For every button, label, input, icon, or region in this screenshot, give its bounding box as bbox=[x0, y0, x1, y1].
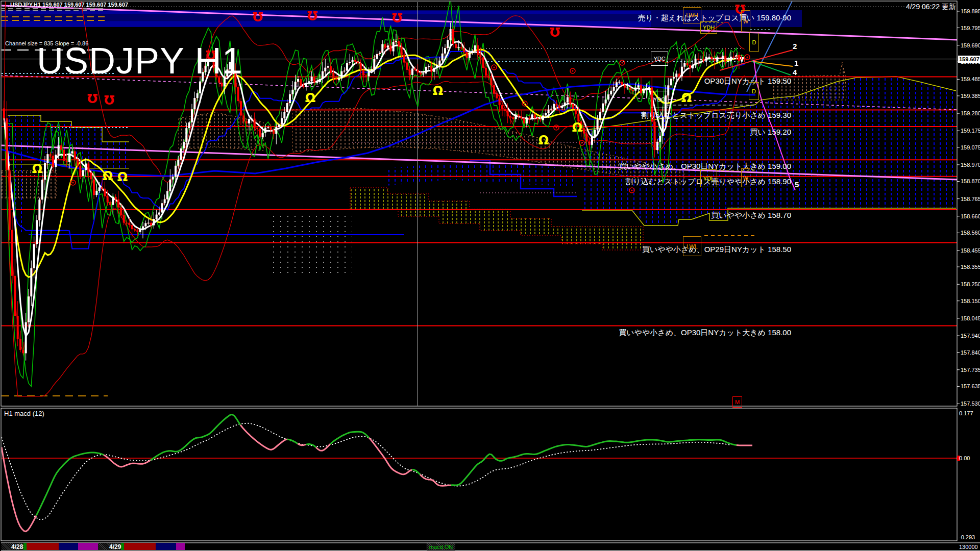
price-axis-label: 158.455 bbox=[961, 247, 980, 254]
omega-marker: Ω bbox=[305, 91, 315, 105]
macd-on-button[interactable]: macd ON bbox=[427, 543, 455, 550]
wave-label-5: 5 bbox=[795, 180, 799, 189]
annotation-8: 買いやや小さめ、OP29日NYカット 158.50 bbox=[642, 245, 791, 255]
u-marker: Ω bbox=[392, 10, 402, 24]
pivot-box-lwh: LWH bbox=[683, 7, 701, 23]
pivot-box-ydl: YDL bbox=[700, 169, 717, 187]
price-axis-label: 157.840 bbox=[961, 349, 980, 356]
omega-marker: Ω bbox=[681, 91, 692, 105]
price-axis-label: 157.635 bbox=[961, 383, 980, 389]
omega-marker: Ω bbox=[433, 84, 443, 98]
price-axis-label: 158.250 bbox=[961, 281, 980, 287]
price-axis-label: 159.385 bbox=[961, 93, 980, 99]
u-marker: Ω bbox=[307, 8, 317, 22]
price-axis-label: 159.485 bbox=[961, 76, 980, 82]
price-axis-label: 159.895 bbox=[961, 8, 980, 14]
macd-max-label: 0.177 bbox=[959, 410, 973, 416]
price-axis-label: 158.970 bbox=[961, 162, 980, 168]
timeline-date-4-28: 4/28 bbox=[11, 543, 23, 550]
cloud-white-dots bbox=[269, 214, 352, 276]
chart-window: ΩΩΩΩΩΩΩΩΩΩΩΩΩΩΩΩ USDJPY,H1 159.607 159.6… bbox=[0, 0, 980, 551]
macd-min-label: -0.293 bbox=[959, 534, 975, 540]
pivot-box-w: W bbox=[741, 10, 750, 32]
omega-marker: Ω bbox=[572, 120, 582, 135]
omega-marker: Ω bbox=[117, 170, 128, 184]
pivot-box-d: D bbox=[749, 33, 759, 52]
current-price-marker: 159.607 bbox=[958, 56, 980, 63]
pivot-box-ydc: YDC bbox=[651, 52, 668, 66]
macd-zero-label: 0.00 bbox=[959, 455, 970, 461]
u-marker: Ω bbox=[104, 92, 114, 107]
wave-label-4: 4 bbox=[793, 68, 797, 77]
price-axis-label: 159.175 bbox=[961, 128, 980, 134]
price-axis-label: 158.765 bbox=[961, 196, 980, 202]
price-axis-label: 158.150 bbox=[961, 298, 980, 304]
last-update-time: 4/29 06:22 更新 bbox=[906, 3, 956, 12]
session-segment bbox=[124, 543, 156, 550]
annotation-3: 割り込むとストップロス売り小さめ 159.30 bbox=[641, 111, 791, 120]
price-axis-label: 159.075 bbox=[961, 144, 980, 151]
macd-indicator-label: H1 macd (12) bbox=[4, 410, 44, 417]
price-axis-label: 158.355 bbox=[961, 264, 980, 270]
annotation-9: 買いやや小さめ、OP30日NYカット大きめ 158.00 bbox=[619, 328, 791, 338]
session-segment bbox=[176, 543, 185, 550]
u-marker: Ω bbox=[87, 91, 97, 105]
price-axis-label: 159.280 bbox=[961, 110, 980, 116]
price-axis-label: 158.560 bbox=[961, 230, 980, 236]
u-marker: Ω bbox=[550, 24, 560, 39]
annotation-2: OP30日NYカット 159.50 bbox=[704, 77, 791, 86]
session-segment bbox=[27, 543, 59, 550]
price-axis-label: 157.735 bbox=[961, 367, 980, 373]
price-axis-label: 158.870 bbox=[961, 178, 980, 184]
pivot-box-d: D bbox=[749, 82, 759, 100]
pivot-box-ydo: YDO bbox=[651, 91, 668, 108]
omega-marker: Ω bbox=[538, 133, 549, 147]
pivot-box-lwl: LWL bbox=[683, 236, 701, 256]
price-axis-label: 158.660 bbox=[961, 213, 980, 219]
session-segment bbox=[59, 543, 78, 550]
price-axis-label: 159.690 bbox=[961, 42, 980, 48]
cloud-mid-blue-strip bbox=[386, 162, 577, 187]
annotation-4: 買い 159.20 bbox=[750, 128, 791, 137]
pivot-box-w: W bbox=[741, 168, 750, 187]
pivot-box-ydh: YDH bbox=[700, 21, 717, 34]
annotation-7: 買いやや小さめ 158.70 bbox=[711, 211, 791, 220]
price-axis-label: 158.045 bbox=[961, 315, 980, 321]
omega-marker: Ω bbox=[32, 162, 42, 176]
macd-bottom-label: 130000 bbox=[959, 544, 978, 550]
window-title: USDJPY,H1 159.607 159.607 159.607 159.60… bbox=[10, 2, 128, 8]
watermark-symbol: USDJPY H1 bbox=[37, 40, 243, 82]
omega-marker: Ω bbox=[103, 169, 113, 183]
timeline-date-4-29: 4/29 bbox=[109, 543, 121, 550]
price-axis-label: 157.940 bbox=[961, 333, 980, 339]
price-axis-label: 159.795 bbox=[961, 25, 980, 31]
price-axis-label: 157.530 bbox=[961, 400, 980, 407]
main-chart-canvas[interactable]: ΩΩΩΩΩΩΩΩΩΩΩΩΩΩΩΩ bbox=[0, 0, 980, 551]
wave-label-1: 1 bbox=[794, 59, 798, 67]
session-segment bbox=[156, 543, 176, 550]
session-segment bbox=[78, 543, 98, 550]
u-marker: Ω bbox=[253, 9, 263, 23]
pivot-box-m: M bbox=[732, 396, 742, 408]
wave-label-2: 2 bbox=[793, 42, 797, 51]
